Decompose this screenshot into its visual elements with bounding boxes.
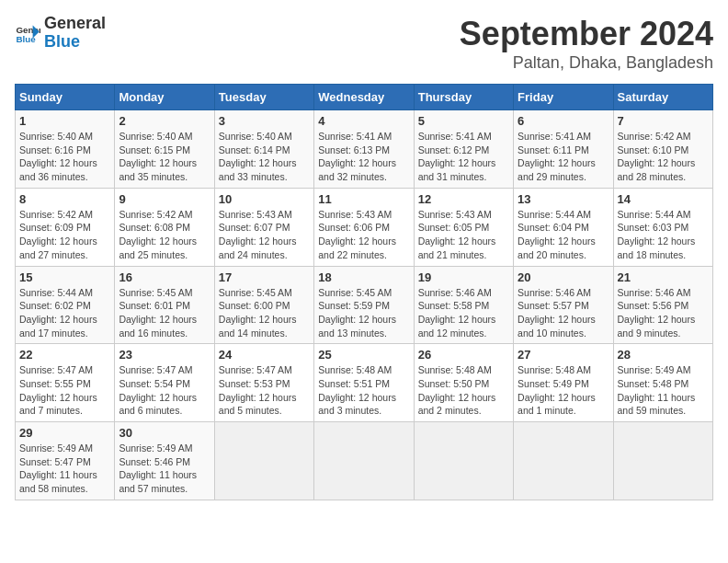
- calendar-day-24: 24Sunrise: 5:47 AM Sunset: 5:53 PM Dayli…: [214, 344, 313, 422]
- calendar-day-26: 26Sunrise: 5:48 AM Sunset: 5:50 PM Dayli…: [414, 344, 513, 422]
- calendar-day-9: 9Sunrise: 5:42 AM Sunset: 6:08 PM Daylig…: [115, 188, 214, 266]
- logo-line2: Blue: [44, 33, 106, 52]
- calendar-week-5: 29Sunrise: 5:49 AM Sunset: 5:47 PM Dayli…: [16, 422, 713, 500]
- calendar-day-2: 2Sunrise: 5:40 AM Sunset: 6:15 PM Daylig…: [115, 110, 214, 189]
- calendar-day-20: 20Sunrise: 5:46 AM Sunset: 5:57 PM Dayli…: [514, 266, 613, 344]
- calendar-day-25: 25Sunrise: 5:48 AM Sunset: 5:51 PM Dayli…: [314, 344, 414, 422]
- calendar-day-13: 13Sunrise: 5:44 AM Sunset: 6:04 PM Dayli…: [514, 188, 613, 266]
- calendar-day-30: 30Sunrise: 5:49 AM Sunset: 5:46 PM Dayli…: [115, 422, 214, 500]
- calendar-day-5: 5Sunrise: 5:41 AM Sunset: 6:12 PM Daylig…: [414, 110, 513, 189]
- calendar-day-12: 12Sunrise: 5:43 AM Sunset: 6:05 PM Dayli…: [414, 188, 513, 266]
- header-saturday: Saturday: [613, 85, 712, 110]
- calendar-day-11: 11Sunrise: 5:43 AM Sunset: 6:06 PM Dayli…: [314, 188, 414, 266]
- calendar-day-22: 22Sunrise: 5:47 AM Sunset: 5:55 PM Dayli…: [16, 344, 115, 422]
- calendar-day-1: 1Sunrise: 5:40 AM Sunset: 6:16 PM Daylig…: [16, 110, 115, 189]
- calendar-week-4: 22Sunrise: 5:47 AM Sunset: 5:55 PM Dayli…: [16, 344, 713, 422]
- location-title: Paltan, Dhaka, Bangladesh: [460, 53, 713, 73]
- calendar-day-10: 10Sunrise: 5:43 AM Sunset: 6:07 PM Dayli…: [214, 188, 313, 266]
- page-header: General Blue General Blue September 2024…: [15, 15, 713, 73]
- calendar-empty: [214, 422, 313, 500]
- calendar-empty: [414, 422, 513, 500]
- calendar-week-3: 15Sunrise: 5:44 AM Sunset: 6:02 PM Dayli…: [16, 266, 713, 344]
- logo: General Blue General Blue: [15, 15, 106, 52]
- calendar-header-row: SundayMondayTuesdayWednesdayThursdayFrid…: [16, 85, 713, 110]
- header-tuesday: Tuesday: [214, 85, 313, 110]
- calendar-day-14: 14Sunrise: 5:44 AM Sunset: 6:03 PM Dayli…: [613, 188, 712, 266]
- calendar-day-4: 4Sunrise: 5:41 AM Sunset: 6:13 PM Daylig…: [314, 110, 414, 189]
- calendar-day-15: 15Sunrise: 5:44 AM Sunset: 6:02 PM Dayli…: [16, 266, 115, 344]
- calendar-day-19: 19Sunrise: 5:46 AM Sunset: 5:58 PM Dayli…: [414, 266, 513, 344]
- header-wednesday: Wednesday: [314, 85, 414, 110]
- calendar-day-3: 3Sunrise: 5:40 AM Sunset: 6:14 PM Daylig…: [214, 110, 313, 189]
- header-thursday: Thursday: [414, 85, 513, 110]
- calendar-day-6: 6Sunrise: 5:41 AM Sunset: 6:11 PM Daylig…: [514, 110, 613, 189]
- logo-icon: General Blue: [15, 20, 40, 46]
- calendar-day-16: 16Sunrise: 5:45 AM Sunset: 6:01 PM Dayli…: [115, 266, 214, 344]
- calendar-day-29: 29Sunrise: 5:49 AM Sunset: 5:47 PM Dayli…: [16, 422, 115, 500]
- month-title: September 2024: [460, 15, 713, 53]
- calendar-day-23: 23Sunrise: 5:47 AM Sunset: 5:54 PM Dayli…: [115, 344, 214, 422]
- calendar-day-7: 7Sunrise: 5:42 AM Sunset: 6:10 PM Daylig…: [613, 110, 712, 189]
- calendar-empty: [613, 422, 712, 500]
- header-sunday: Sunday: [16, 85, 115, 110]
- calendar-day-21: 21Sunrise: 5:46 AM Sunset: 5:56 PM Dayli…: [613, 266, 712, 344]
- calendar-empty: [514, 422, 613, 500]
- calendar-day-27: 27Sunrise: 5:48 AM Sunset: 5:49 PM Dayli…: [514, 344, 613, 422]
- calendar-table: SundayMondayTuesdayWednesdayThursdayFrid…: [15, 84, 713, 500]
- calendar-day-8: 8Sunrise: 5:42 AM Sunset: 6:09 PM Daylig…: [16, 188, 115, 266]
- logo-line1: General: [44, 15, 106, 33]
- header-friday: Friday: [514, 85, 613, 110]
- calendar-week-1: 1Sunrise: 5:40 AM Sunset: 6:16 PM Daylig…: [16, 110, 713, 189]
- calendar-week-2: 8Sunrise: 5:42 AM Sunset: 6:09 PM Daylig…: [16, 188, 713, 266]
- title-section: September 2024 Paltan, Dhaka, Bangladesh: [460, 15, 713, 73]
- header-monday: Monday: [115, 85, 214, 110]
- calendar-day-17: 17Sunrise: 5:45 AM Sunset: 6:00 PM Dayli…: [214, 266, 313, 344]
- calendar-empty: [314, 422, 414, 500]
- calendar-day-28: 28Sunrise: 5:49 AM Sunset: 5:48 PM Dayli…: [613, 344, 712, 422]
- calendar-day-18: 18Sunrise: 5:45 AM Sunset: 5:59 PM Dayli…: [314, 266, 414, 344]
